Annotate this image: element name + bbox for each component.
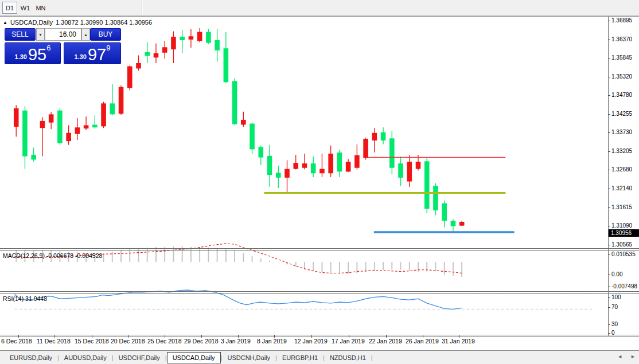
chart-window[interactable]: ▲ USDCAD,Daily 1.30872 1.30990 1.30864 1… (0, 16, 639, 350)
candle-body (398, 163, 403, 178)
chart-tab-usdchf[interactable]: USDCHF,Daily (114, 353, 165, 363)
volume-up-button[interactable]: ▲ (81, 28, 90, 41)
candle-body (424, 161, 430, 209)
axis-tick (608, 245, 610, 245)
candle-body (101, 103, 106, 126)
date-axis-label: 15 Dec 2018 (75, 338, 109, 345)
candle-body (320, 169, 325, 174)
rsi-axis-label: 70 (611, 304, 618, 310)
candle-body (22, 111, 28, 156)
macd-histogram (16, 246, 462, 277)
date-axis-label: 11 Dec 2018 (37, 338, 71, 345)
candle-body (171, 37, 176, 49)
tab-scroll-left-icon[interactable]: ◄ (617, 354, 622, 359)
chart-tab-eurgbp[interactable]: EURGBP,H1 (277, 353, 323, 363)
candle-body (75, 127, 80, 134)
rsi-label: RSI(14) 31.0448 (3, 295, 47, 302)
price-axis-label: 1.32140 (611, 185, 632, 191)
candle-body (354, 155, 360, 168)
candle-body (206, 32, 211, 43)
price-axis-label: 1.36895 (611, 17, 632, 24)
buy-price-pip: 9 (106, 44, 110, 52)
volume-dropdown-button[interactable]: ▼ (36, 28, 45, 41)
candle-body (31, 155, 36, 160)
candle-body (250, 124, 255, 150)
candle-body (241, 120, 246, 125)
candle-body (433, 186, 438, 210)
timeframe-button-mn[interactable]: MN (33, 2, 48, 14)
candle-body (197, 32, 202, 41)
candle-body (302, 163, 307, 168)
price-axis-label: 1.35320 (611, 73, 632, 80)
axis-tick (608, 40, 610, 40)
volume-input[interactable]: 16.00 (45, 28, 81, 41)
chart-tab-bar: EURUSD,Daily|AUDUSD,Daily|USDCHF,Daily|U… (0, 350, 639, 364)
chart-tab-usdcad[interactable]: USDCAD,Daily (167, 352, 221, 363)
axis-tick (608, 58, 610, 58)
candle-body (66, 133, 71, 141)
timeframe-button-d1[interactable]: D1 (2, 2, 17, 14)
candle-body (84, 125, 89, 128)
timeframe-toolbar: D1W1MN (0, 0, 639, 16)
candle-body (40, 121, 45, 128)
price-axis-label: 1.34780 (611, 92, 632, 98)
rsi-axis-label: 100 (611, 294, 621, 300)
toolbar-separator (142, 1, 143, 14)
candle-body (57, 111, 63, 143)
axis-tick (608, 151, 610, 152)
panel-divider[interactable] (0, 291, 639, 292)
candle-body (389, 138, 395, 167)
chart-tab-nzdusd[interactable]: NZDUSD,H1 (325, 353, 371, 363)
chevron-up-icon: ▲ (84, 33, 88, 37)
candle-body (451, 221, 456, 226)
panel-divider[interactable] (0, 250, 639, 251)
axis-tick (608, 298, 610, 298)
sell-price-prefix: 1.30 (15, 53, 27, 60)
candle-body (337, 152, 342, 171)
candle-body (14, 108, 19, 127)
buy-price-prefix: 1.30 (75, 53, 87, 60)
axis-tick (608, 275, 610, 275)
date-axis-label: 8 Jan 2019 (257, 338, 287, 345)
candle-body (328, 154, 333, 173)
axis-tick (608, 324, 610, 325)
price-axis-label: 1.35845 (611, 54, 632, 61)
candle-body (285, 169, 290, 178)
candle-body (110, 103, 115, 114)
candle-body (49, 114, 54, 122)
axis-tick (608, 226, 610, 226)
candle-body (232, 81, 237, 124)
axis-tick (608, 21, 610, 21)
tab-scroll-right-icon[interactable]: ► (630, 354, 636, 359)
chart-tab-usdcnh[interactable]: USDCNH,Daily (222, 353, 275, 363)
chart-tab-audusd[interactable]: AUDUSD,Daily (59, 353, 112, 363)
axis-tick (608, 307, 610, 308)
sell-price-button[interactable]: 1.30 95 6 (5, 42, 61, 64)
price-axis-border (608, 17, 609, 336)
chart-tab-eurusd[interactable]: EURUSD,Daily (5, 353, 57, 363)
timeframe-button-w1[interactable]: W1 (18, 2, 33, 14)
candle-body (346, 162, 351, 171)
candle-body (267, 156, 272, 175)
panel-divider[interactable] (0, 293, 639, 293)
axis-tick (608, 189, 610, 189)
candle-body (407, 162, 412, 181)
candle-body (119, 87, 124, 114)
price-axis-label: 1.30565 (611, 241, 632, 248)
axis-tick (608, 333, 610, 334)
candle-body (311, 163, 316, 173)
chart-canvas[interactable] (0, 17, 608, 336)
buy-price-button[interactable]: 1.30 97 9 (64, 42, 121, 64)
panel-divider[interactable] (0, 248, 639, 249)
candle-body (92, 125, 98, 128)
date-axis-label: 12 Jan 2019 (294, 338, 328, 345)
axis-tick (608, 255, 610, 255)
macd-axis-label: -0.007498 (611, 283, 637, 289)
rsi-axis-label: 0 (611, 330, 615, 336)
sell-button[interactable]: SELL (5, 28, 36, 41)
panel-divider[interactable] (0, 335, 639, 335)
buy-button[interactable]: BUY (90, 28, 121, 41)
buy-price-big: 97 (88, 47, 106, 62)
candle-body (442, 203, 447, 221)
chart-title: ▲ USDCAD,Daily 1.30872 1.30990 1.30864 1… (3, 19, 152, 26)
